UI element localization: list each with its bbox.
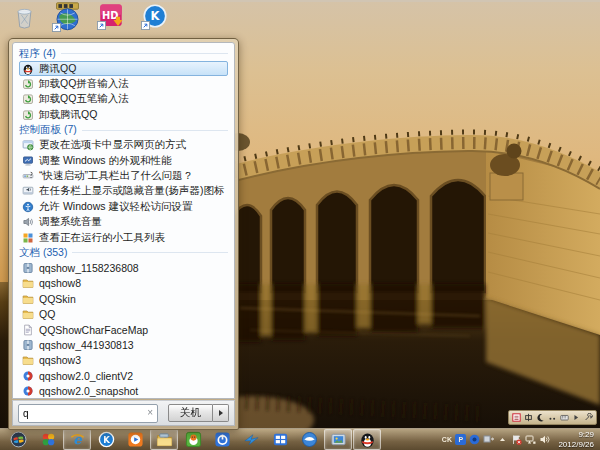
list-item[interactable]: 调整 Windows 的外观和性能 bbox=[19, 153, 228, 168]
tray-volume[interactable] bbox=[539, 434, 550, 445]
list-item[interactable]: 卸载腾讯QQ bbox=[19, 107, 228, 122]
folder-icon bbox=[22, 277, 34, 289]
tray-lang-indicator[interactable]: CK bbox=[441, 434, 452, 445]
internet-explorer[interactable]: e bbox=[63, 429, 91, 450]
list-item[interactable]: 卸载QQ拼音输入法 bbox=[19, 76, 228, 91]
fullwidth-moon-icon[interactable] bbox=[536, 413, 545, 422]
language-bar[interactable] bbox=[508, 410, 597, 425]
chinese-mode-icon[interactable] bbox=[524, 413, 533, 422]
taskbar-clock[interactable]: 9:29 2012/9/26 bbox=[558, 430, 594, 448]
qq-whirlwind-app[interactable] bbox=[295, 429, 323, 450]
list-item[interactable]: 更改在选项卡中显示网页的方式 bbox=[19, 138, 228, 153]
expand-icon[interactable] bbox=[572, 413, 581, 422]
taskbar: eK CKP 9:29 2012/9/26 bbox=[0, 428, 600, 450]
list-item-label: 卸载QQ五笔输入法 bbox=[39, 92, 129, 106]
start-menu-bottom-bar: × 关机 bbox=[12, 400, 235, 426]
archive-icon bbox=[22, 262, 34, 274]
tray-network[interactable] bbox=[525, 434, 536, 445]
qq-app[interactable] bbox=[353, 429, 381, 450]
ime-logo-icon[interactable] bbox=[512, 413, 521, 422]
desktop-icon-media-globe[interactable] bbox=[52, 1, 83, 32]
section-divider bbox=[72, 252, 228, 253]
desktop-icon-recycle-bin[interactable] bbox=[11, 3, 38, 30]
list-item[interactable]: 腾讯QQ bbox=[19, 61, 228, 76]
list-item-label: 卸载腾讯QQ bbox=[39, 108, 97, 122]
section-header[interactable]: 程序 (4) bbox=[19, 46, 228, 61]
svg-text:HD: HD bbox=[102, 10, 118, 21]
list-item[interactable]: qqshow2.0_clientV2 bbox=[19, 368, 228, 383]
tray-ime-p[interactable]: P bbox=[455, 434, 466, 445]
soft-keyboard-icon[interactable] bbox=[560, 413, 569, 422]
installer-icon bbox=[22, 385, 34, 397]
list-item[interactable]: 调整系统音量 bbox=[19, 215, 228, 230]
start-menu-sections: 程序 (4)腾讯QQ卸载QQ拼音输入法卸载QQ五笔输入法卸载腾讯QQ控制面板 (… bbox=[12, 42, 235, 399]
list-item[interactable]: “快速启动”工具栏出了什么问题？ bbox=[19, 168, 228, 183]
list-item[interactable]: QQSkin bbox=[19, 291, 228, 306]
list-item-label: 卸载QQ拼音输入法 bbox=[39, 77, 129, 91]
thunder-app[interactable] bbox=[237, 429, 265, 450]
list-item[interactable]: qqshow8 bbox=[19, 276, 228, 291]
punctuation-icon[interactable] bbox=[548, 413, 557, 422]
shortcut-arrow-icon bbox=[141, 21, 150, 30]
desktop-icon-hd-app[interactable]: HD bbox=[97, 2, 125, 30]
media-player-app[interactable] bbox=[121, 429, 149, 450]
list-item[interactable]: 允许 Windows 建议轻松访问设置 bbox=[19, 199, 228, 214]
search-box[interactable]: × bbox=[18, 404, 158, 423]
desktop-icon-k-app[interactable]: K bbox=[141, 2, 169, 30]
list-item[interactable]: 卸载QQ五笔输入法 bbox=[19, 92, 228, 107]
list-item[interactable]: qqshow2.0_snapshot bbox=[19, 383, 228, 398]
pinwheel-app[interactable] bbox=[34, 429, 62, 450]
k-music-app[interactable]: K bbox=[92, 429, 120, 450]
shortcut-arrow-icon bbox=[52, 23, 61, 32]
list-item-label: qqshow2.0_snapshot bbox=[39, 385, 138, 397]
clear-search-icon[interactable]: × bbox=[147, 408, 153, 418]
ime-letter-label: P bbox=[459, 436, 464, 443]
svg-text:K: K bbox=[103, 435, 110, 445]
list-item[interactable]: 在任务栏上显示或隐藏音量(扬声器)图标 bbox=[19, 184, 228, 199]
section-header-label: 程序 (4) bbox=[19, 47, 56, 61]
tray-action-center-flag[interactable] bbox=[511, 434, 522, 445]
list-item-label: QQ bbox=[39, 308, 55, 320]
tray-ime-blue[interactable] bbox=[469, 434, 480, 445]
list-item[interactable]: QQShowCharFaceMap bbox=[19, 322, 228, 337]
section-header[interactable]: 文档 (353) bbox=[19, 245, 228, 260]
ie-icon: e bbox=[69, 431, 86, 448]
list-item-label: qqshow_1158236808 bbox=[39, 262, 139, 274]
k-circle-icon: K bbox=[98, 431, 115, 448]
shutdown-options-arrow[interactable] bbox=[213, 404, 229, 422]
windows-explorer[interactable] bbox=[150, 429, 178, 450]
green-mascot-app[interactable] bbox=[179, 429, 207, 450]
video-player-app[interactable] bbox=[266, 429, 294, 450]
list-item[interactable]: qqshow_441930813 bbox=[19, 337, 228, 352]
list-item[interactable]: QQ bbox=[19, 306, 228, 321]
gadgets-icon bbox=[22, 232, 34, 244]
taskbar-volume-icon bbox=[22, 185, 34, 197]
tray-hidden-icons-arrow[interactable] bbox=[497, 434, 508, 445]
list-item-label: 调整 Windows 的外观和性能 bbox=[39, 154, 171, 168]
clock-date: 2012/9/26 bbox=[558, 440, 594, 449]
list-item[interactable]: 查看正在运行的小工具列表 bbox=[19, 230, 228, 245]
tray-ime-mini[interactable] bbox=[483, 434, 494, 445]
list-item[interactable]: qqshow3 bbox=[19, 353, 228, 368]
hidden-icons-arrow-icon bbox=[497, 434, 508, 445]
system-tray: CKP 9:29 2012/9/26 bbox=[441, 430, 598, 448]
tabs-display-icon bbox=[22, 139, 34, 151]
start-button[interactable] bbox=[3, 429, 33, 450]
shutdown-button[interactable]: 关机 bbox=[168, 404, 213, 422]
settings-icon[interactable] bbox=[584, 413, 593, 422]
list-item-label: 查看正在运行的小工具列表 bbox=[39, 231, 165, 245]
list-item-label: qqshow_441930813 bbox=[39, 339, 134, 351]
list-item-label: “快速启动”工具栏出了什么问题？ bbox=[39, 169, 193, 183]
photo-viewer[interactable] bbox=[324, 429, 352, 450]
section-header-label: 控制面板 (7) bbox=[19, 123, 77, 137]
uninstall-icon bbox=[22, 78, 34, 90]
photo-viewer-icon bbox=[330, 431, 347, 448]
pps-app[interactable] bbox=[208, 429, 236, 450]
uninstall-icon bbox=[22, 93, 34, 105]
search-input[interactable] bbox=[23, 408, 123, 419]
list-item[interactable]: qqshow_1158236808 bbox=[19, 260, 228, 275]
section-divider bbox=[82, 130, 228, 131]
toolbar-question-icon bbox=[22, 170, 34, 182]
installer-icon bbox=[22, 370, 34, 382]
section-header[interactable]: 控制面板 (7) bbox=[19, 123, 228, 138]
